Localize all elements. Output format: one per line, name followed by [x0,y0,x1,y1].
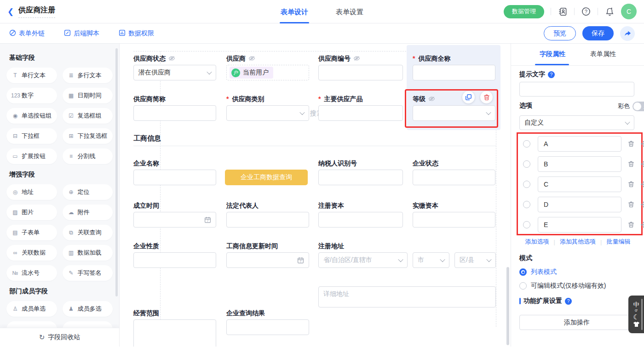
add-action-button[interactable]: 添加操作 [519,315,634,330]
contacts-book-icon[interactable] [558,6,568,17]
back-icon[interactable]: ❮ [7,7,14,17]
field-input[interactable] [413,65,495,80]
field-supplier-code[interactable]: 供应商编号 [318,54,403,63]
option-radio[interactable] [523,140,530,148]
sidebar-item-location[interactable]: ⊕定位 [63,184,113,200]
sidebar-item-single-line-text[interactable]: T单行文本 [6,68,57,83]
field-supplier[interactable]: 供应商户当前用户 [226,54,309,63]
language-toggle-icon[interactable]: 中 [633,301,639,308]
sidebar-item-extend-button[interactable]: ▭扩展按钮 [6,148,57,164]
tab-form-design[interactable]: 表单设计 [281,0,308,23]
region-select-0[interactable]: 省/自治区/直辖市 [318,252,408,268]
option-delete-button[interactable] [628,201,634,208]
field-input[interactable] [226,319,309,335]
share-button[interactable] [620,26,635,41]
field-textarea[interactable]: 详细地址 [318,286,496,307]
help-badge-icon[interactable]: ? [548,71,555,78]
sidebar-item-member-multi[interactable]: ♟成员多选 [63,301,113,317]
field-select[interactable] [226,105,309,121]
sidebar-item-member-single[interactable]: ♙成员单选 [6,301,57,317]
field-input[interactable] [413,212,495,228]
field-paidin-capital[interactable]: 实缴资本 [413,201,495,210]
biz-data-query-button[interactable]: 企业工商数据查询 [225,170,308,185]
field-biz-info-update-time[interactable]: 工商信息更新时间7 [226,241,309,250]
option-drag-handle[interactable] [641,222,644,228]
field-company-nature[interactable]: 企业性质 [133,241,216,250]
field-business-scope[interactable]: 经营范围 [133,308,216,318]
option-link-2[interactable]: 批量编辑 [606,238,630,246]
field-input[interactable] [133,252,216,268]
mode-radio-0[interactable]: 列表模式 [519,268,557,276]
field-select[interactable]: 潜在供应商 [133,65,216,80]
avatar[interactable]: C [621,4,637,19]
language-sub-icon[interactable]: ơ [635,308,638,313]
color-toggle[interactable]: 关 [632,102,644,111]
save-button[interactable]: 保存 [582,26,614,40]
sidebar-item-serial-number[interactable]: №流水号 [6,265,57,281]
option-drag-handle[interactable] [641,201,644,208]
sidebar-item-dropdown-multi[interactable]: ⊞下拉复选框 [63,128,113,144]
field-input[interactable] [318,170,403,185]
field-supplier-category[interactable]: *供应商类别 [226,94,309,103]
canvas-scrollbar[interactable] [506,267,509,345]
data-manage-button[interactable]: 数据管理 [504,5,544,18]
field-input[interactable] [226,212,309,228]
toolbar-link-data-permission[interactable]: 数据权限 [119,29,154,38]
toolbar-link-form-external-link[interactable]: 表单外链 [9,29,45,38]
sidebar-scrollbar[interactable] [115,48,118,296]
sidebar-item-number[interactable]: 123数字 [6,88,57,103]
field-input[interactable] [318,65,403,80]
mode-radio-1[interactable]: 可编辑模式(仅移动端有效) [519,282,606,290]
panel-scrollbar[interactable] [641,299,643,330]
option-drag-handle[interactable] [641,181,644,188]
theme-shirt-icon[interactable] [633,321,640,327]
field-registered-address[interactable]: 注册地址省/自治区/直辖市市区/县 [318,241,496,250]
tab-field-properties[interactable]: 字段属性 [529,44,575,64]
dark-mode-moon-icon[interactable]: ☾ [633,313,639,321]
region-select-2[interactable]: 区/县 [454,252,496,268]
sidebar-item-address[interactable]: ◎地址 [6,184,57,200]
sidebar-item-subform[interactable]: ▤子表单 [6,225,57,240]
sidebar-item-linked-data[interactable]: ∞关联数据 [6,245,57,261]
sidebar-item-dropdown[interactable]: ⊟下拉框 [6,128,57,144]
hint-text-input[interactable] [519,82,634,97]
option-input[interactable]: E [538,217,621,233]
field-date-input[interactable]: 7 [226,252,309,268]
form-canvas[interactable]: 供应商状态潜在供应商供应商户当前用户供应商编号*供应商全称供应商简称*供应商类别… [120,44,511,347]
field-supplier-status[interactable]: 供应商状态潜在供应商 [133,54,216,63]
option-delete-button[interactable] [628,181,634,188]
option-input[interactable]: B [538,156,621,172]
sidebar-item-data-load[interactable]: ▥数据加载 [63,245,113,261]
option-radio[interactable] [523,201,530,208]
option-link-0[interactable]: 添加选项 [525,238,549,246]
option-input[interactable]: A [538,136,621,152]
field-input[interactable] [318,212,403,228]
field-input[interactable] [133,105,216,121]
notification-bell-icon[interactable] [604,6,615,17]
option-drag-handle[interactable] [641,141,644,147]
field-company-status[interactable]: 企业状态 [413,159,495,168]
field-taxpayer-id[interactable]: 纳税人识别号 [318,159,403,168]
sidebar-item-image[interactable]: ▨图片 [6,205,57,220]
field-supplier-fullname[interactable]: *供应商全称 [413,54,495,63]
sidebar-item-multi-line-text[interactable]: ≣多行文本 [63,68,113,83]
option-radio[interactable] [523,221,530,228]
option-link-1[interactable]: 添加其他选项 [560,238,596,246]
sidebar-item-radio-group[interactable]: ◉单选按钮组 [6,108,57,124]
option-radio[interactable] [523,181,530,188]
sidebar-item-attachment[interactable]: ☁附件 [63,205,113,220]
option-input[interactable]: C [538,176,621,192]
region-select-1[interactable]: 市 [413,252,449,268]
option-delete-button[interactable] [628,161,634,167]
sidebar-item-signature[interactable]: ✎手写签名 [63,265,113,281]
help-icon[interactable]: ? [581,6,591,17]
option-delete-button[interactable] [628,222,634,228]
option-source-select[interactable]: 自定义 [519,115,634,130]
field-input[interactable] [133,170,216,185]
field-main-products[interactable]: *主要供应产品搜索 [318,94,403,103]
sidebar-item-divider[interactable]: ≡分割线 [63,148,113,164]
field-registered-capital[interactable]: 注册资本 [318,201,403,210]
sidebar-item-datetime[interactable]: ▦日期时间 [63,88,113,103]
field-user-box[interactable]: 户当前用户 [226,65,309,80]
field-date-input[interactable]: 7 [133,212,216,228]
